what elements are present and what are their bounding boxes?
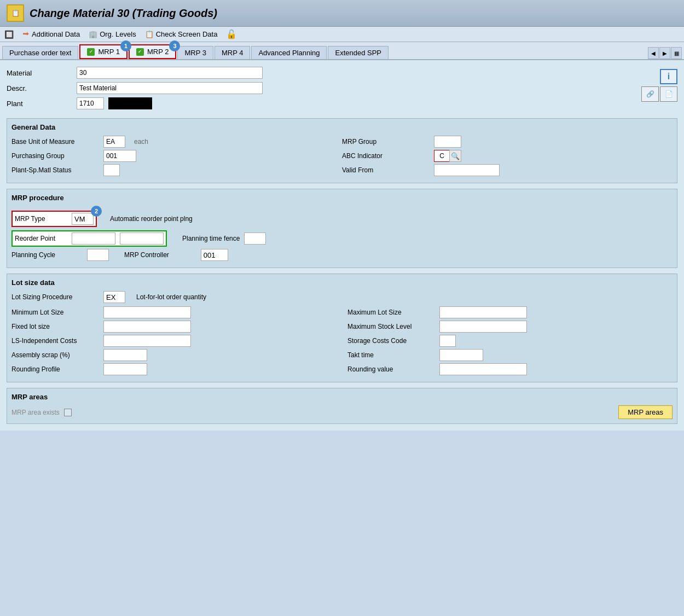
tab-next-button[interactable]: ▶ (659, 47, 670, 59)
tab-mrp1[interactable]: 1 ✓ MRP 1 (79, 44, 127, 59)
planning-time-fence-input[interactable] (244, 233, 266, 245)
check-screen-data-button[interactable]: 📋 Check Screen Data (145, 30, 218, 38)
general-data-left: Base Unit of Measure each Purchasing Gro… (11, 136, 342, 178)
back-icon: 🔲 (4, 30, 14, 39)
mrp-type-input[interactable] (72, 213, 94, 225)
lot-size-right: Maximum Lot Size Maximum Stock Level Sto… (347, 306, 673, 377)
tab-navigation: ◀ ▶ ▦ (648, 47, 682, 59)
lot-size-grid: Minimum Lot Size Fixed lot size LS-Indep… (11, 306, 673, 377)
ls-independent-row: LS-Independent Costs (11, 335, 337, 347)
max-stock-row: Maximum Stock Level (347, 321, 673, 333)
mrp-areas-btn-group: MRP areas (115, 405, 673, 419)
org-levels-icon: 🏢 (89, 30, 97, 38)
rounding-value-row: Rounding value (347, 363, 673, 375)
mrp-areas-section: MRP areas MRP area exists MRP areas (7, 388, 677, 424)
material-fields: Material Descr. Plant (7, 67, 630, 113)
abc-input-group: 🔍 (434, 150, 461, 162)
mrp-procedure-title: MRP procedure (11, 194, 64, 202)
base-uom-row: Base Unit of Measure each (11, 136, 342, 148)
mrp-controller-group: MRP Controller (124, 249, 673, 261)
max-stock-input[interactable] (439, 321, 527, 333)
abc-search-button[interactable]: 🔍 (449, 150, 461, 162)
mrp-procedure-section: MRP procedure MRP Type 2 Automatic reord… (7, 189, 677, 268)
tab-mrp3[interactable]: MRP 3 (177, 46, 213, 59)
min-lot-row: Minimum Lot Size (11, 306, 337, 318)
additional-data-button[interactable]: ⮕ Additional Data (22, 30, 80, 38)
purchasing-group-input[interactable] (103, 150, 136, 162)
mrp-areas-title: MRP areas (11, 393, 673, 401)
ls-independent-input[interactable] (103, 335, 191, 347)
main-content: Material Descr. Plant i 🔗 (0, 60, 684, 431)
mrp2-icon: ✓ (136, 48, 144, 56)
general-data-title: General Data (11, 123, 673, 131)
mrp-areas-button[interactable]: MRP areas (618, 405, 673, 419)
rounding-value-input[interactable] (439, 363, 527, 375)
rounding-profile-input[interactable] (103, 363, 147, 375)
max-lot-row: Maximum Lot Size (347, 306, 673, 318)
check-screen-icon: 📋 (145, 30, 154, 38)
lock-button[interactable]: 🔓 (226, 29, 237, 39)
plant-row: Plant (7, 97, 630, 109)
plant-sp-input[interactable] (103, 164, 120, 176)
back-button[interactable]: 🔲 (4, 30, 14, 39)
mrp1-icon: ✓ (87, 48, 95, 56)
reorder-point-box: Reorder Point (11, 230, 167, 247)
min-lot-input[interactable] (103, 306, 191, 318)
valid-from-row: Valid From (342, 164, 673, 176)
tab-mrp2[interactable]: 3 ✓ MRP 2 (129, 44, 177, 59)
mrp-badge-2: 2 (91, 206, 102, 217)
mrp-group-row: MRP Group (342, 136, 673, 148)
fixed-lot-input[interactable] (103, 321, 191, 333)
tab-prev-button[interactable]: ◀ (648, 47, 659, 59)
mrp-area-exists-checkbox[interactable] (64, 409, 72, 416)
rounding-profile-row: Rounding Profile (11, 363, 337, 375)
lot-sizing-row: Lot Sizing Procedure Lot-for-lot order q… (11, 291, 673, 303)
lot-sizing-input[interactable] (103, 291, 125, 303)
mrp-group-input[interactable] (434, 136, 461, 148)
doc-buttons: 🔗 📄 (641, 86, 677, 102)
material-row: Material (7, 67, 630, 79)
app-icon: 📋 (7, 4, 24, 22)
tab-mrp4[interactable]: MRP 4 (215, 46, 251, 59)
link-icon: 🔗 (646, 90, 654, 98)
assembly-scrap-input[interactable] (103, 349, 147, 361)
mrp-controller-input[interactable] (201, 249, 228, 261)
page-title: Change Material 30 (Trading Goods) (30, 7, 217, 20)
mrp1-badge: 1 (120, 40, 131, 51)
takt-time-row: Takt time (347, 349, 673, 361)
doc-button[interactable]: 📄 (660, 86, 677, 102)
purchasing-group-row: Purchasing Group (11, 150, 342, 162)
lot-size-section: Lot size data Lot Sizing Procedure Lot-f… (7, 274, 677, 382)
toolbar: 🔲 ⮕ Additional Data 🏢 Org. Levels 📋 Chec… (0, 27, 684, 42)
reorder-point-input1[interactable] (72, 233, 115, 245)
general-data-section: General Data Base Unit of Measure each P… (7, 118, 677, 183)
org-levels-button[interactable]: 🏢 Org. Levels (89, 30, 136, 38)
link-button[interactable]: 🔗 (641, 86, 659, 102)
tab-purchase-order-text[interactable]: Purchase order text (2, 46, 78, 59)
general-data-right: MRP Group ABC Indicator 🔍 Valid From (342, 136, 673, 178)
fixed-lot-row: Fixed lot size (11, 321, 337, 333)
planning-time-fence-group: Planning time fence (182, 233, 673, 245)
plant-black-box (108, 97, 152, 109)
max-lot-input[interactable] (439, 306, 527, 318)
valid-from-input[interactable] (434, 164, 500, 176)
mrp-type-text: Automatic reorder point plng (110, 215, 193, 223)
takt-time-input[interactable] (439, 349, 483, 361)
planning-cycle-input[interactable] (87, 249, 109, 261)
tab-extended-spp[interactable]: Extended SPP (328, 46, 389, 59)
lock-icon: 🔓 (226, 29, 237, 39)
material-input[interactable] (77, 67, 263, 79)
plant-input[interactable] (77, 97, 104, 109)
abc-indicator-input[interactable] (434, 150, 449, 162)
planning-cycle-row: Planning Cycle MRP Controller (11, 249, 673, 261)
description-input[interactable] (77, 82, 263, 94)
info-button[interactable]: i (660, 69, 677, 84)
tab-menu-button[interactable]: ▦ (671, 47, 682, 59)
base-uom-input[interactable] (103, 136, 125, 148)
info-icon: i (668, 72, 670, 82)
mrp-area-row: MRP area exists MRP areas (11, 405, 673, 419)
description-row: Descr. (7, 82, 630, 94)
reorder-point-input2[interactable] (120, 233, 164, 245)
tab-advanced-planning[interactable]: Advanced Planning (251, 46, 327, 59)
storage-costs-input[interactable] (439, 335, 456, 347)
